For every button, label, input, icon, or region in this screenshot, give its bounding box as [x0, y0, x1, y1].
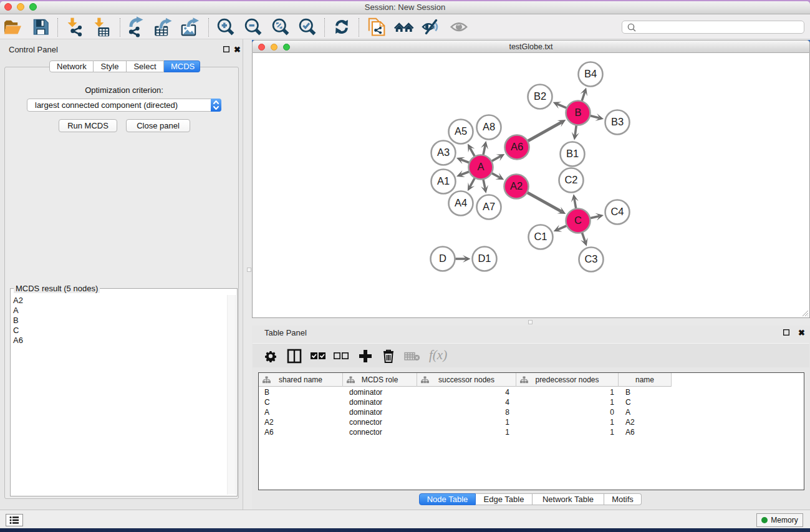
- svg-text:A4: A4: [455, 197, 467, 208]
- svg-text:C3: C3: [584, 253, 597, 264]
- svg-text:A8: A8: [483, 121, 495, 132]
- svg-text:C: C: [574, 215, 582, 226]
- svg-text:A2: A2: [510, 180, 523, 191]
- svg-text:A: A: [477, 161, 484, 172]
- svg-text:A6: A6: [511, 141, 523, 152]
- svg-text:A1: A1: [437, 175, 450, 186]
- svg-text:B3: B3: [611, 116, 624, 127]
- svg-text:C1: C1: [534, 231, 547, 242]
- svg-text:B1: B1: [566, 148, 579, 159]
- svg-text:A7: A7: [483, 201, 495, 212]
- svg-text:A3: A3: [437, 147, 450, 158]
- svg-text:B4: B4: [584, 68, 597, 79]
- svg-text:D: D: [439, 253, 446, 264]
- svg-text:B: B: [574, 107, 581, 118]
- svg-text:B2: B2: [534, 90, 546, 102]
- svg-text:C2: C2: [564, 174, 577, 185]
- svg-text:D1: D1: [478, 253, 491, 264]
- svg-text:C4: C4: [610, 206, 624, 217]
- svg-text:A5: A5: [455, 125, 467, 137]
